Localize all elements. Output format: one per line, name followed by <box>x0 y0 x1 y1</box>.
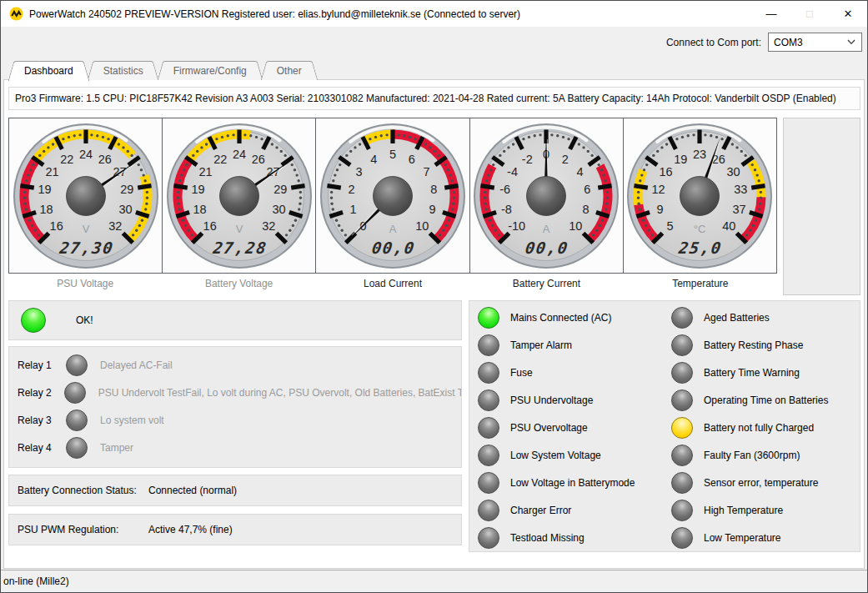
relay-name: Relay 2 <box>18 387 64 399</box>
relay-description: PSU Undervolt TestFail, Lo volt during A… <box>98 387 461 399</box>
status-indicator-row: Battery Resting Phase <box>670 331 857 359</box>
tab-statistics[interactable]: Statistics <box>90 61 157 80</box>
com-port-label: Connect to Com port: <box>666 37 761 48</box>
relay-name: Relay 1 <box>18 359 66 371</box>
chevron-down-icon <box>847 39 855 45</box>
status-bar: on-line (Mille2) <box>1 570 867 592</box>
status-indicator-label: Battery not fully Charged <box>704 422 814 434</box>
status-led <box>671 472 693 494</box>
status-indicator-label: Tamper Alarm <box>510 339 572 351</box>
svg-text:10: 10 <box>415 219 429 232</box>
relay-row: Relay 3Lo system volt <box>9 406 461 434</box>
status-led <box>478 307 499 329</box>
status-indicator-label: Mains Connected (AC) <box>510 312 611 324</box>
status-indicator-row: PSU Undervoltage <box>476 386 664 414</box>
svg-text:5: 5 <box>389 148 396 161</box>
svg-text:-2: -2 <box>522 152 533 165</box>
tab-other[interactable]: Other <box>263 61 315 80</box>
status-indicator-row: Mains Connected (AC) <box>476 304 664 331</box>
status-indicator-row: Low System Voltage <box>476 441 664 469</box>
svg-text:5: 5 <box>667 219 674 232</box>
tab-dashboard[interactable]: Dashboard <box>11 61 87 81</box>
status-led <box>671 334 693 356</box>
status-led <box>478 445 499 466</box>
svg-text:2: 2 <box>562 152 569 165</box>
title-bar: PowerWatch 240502 PREVIEW-VERSION Regist… <box>1 1 867 27</box>
gauge-strip: 1618192122242627293032V27,30 16181921222… <box>8 118 777 274</box>
svg-text:33: 33 <box>735 183 748 196</box>
relay-description: Delayed AC-Fail <box>100 359 173 371</box>
relay-panel: Relay 1Delayed AC-FailRelay 2PSU Undervo… <box>8 346 462 468</box>
svg-text:29: 29 <box>120 183 133 196</box>
svg-text:18: 18 <box>39 202 53 215</box>
minimize-button[interactable]: — <box>752 1 790 27</box>
status-indicator-label: Operating Time on Batteries <box>704 394 828 406</box>
psu-pwm-panel: PSU PWM Regulation: Active 47,7% (fine) <box>8 514 462 545</box>
svg-text:21: 21 <box>45 164 58 178</box>
gauge-battery-voltage: 1618192122242627293032V27,28 <box>164 121 314 271</box>
window-title: PowerWatch 240502 PREVIEW-VERSION Regist… <box>29 8 520 20</box>
relay-led <box>66 437 88 459</box>
svg-text:23: 23 <box>693 148 706 161</box>
gauge-value-display: 00,0 <box>370 239 416 258</box>
com-port-select[interactable]: COM3 <box>768 33 862 52</box>
status-indicator-label: Sensor error, temperature <box>704 477 818 489</box>
status-indicator-row: Tamper Alarm <box>476 331 664 359</box>
gauge-caption-load-current: Load Current <box>316 278 469 289</box>
status-indicator-label: Faulty Fan (3600rpm) <box>704 450 800 461</box>
gauge-cell-load-current: 012345678910A00,0 <box>316 118 469 273</box>
svg-text:3: 3 <box>356 164 363 178</box>
svg-text:40: 40 <box>723 219 736 232</box>
svg-text:30: 30 <box>272 202 285 215</box>
maximize-button[interactable]: □ <box>790 1 829 27</box>
status-indicator-label: Low Voltage in Batterymode <box>510 477 635 489</box>
svg-text:26: 26 <box>98 152 111 165</box>
status-led <box>478 334 499 356</box>
gauge-cell-psu-voltage: 1618192122242627293032V27,30 <box>9 118 163 273</box>
system-status-text: OK! <box>76 314 93 326</box>
gauge-cell-battery-current: -10-8-6-4-20246810A00,0 <box>470 118 624 273</box>
svg-text:9: 9 <box>429 202 436 215</box>
svg-text:29: 29 <box>273 183 287 196</box>
svg-text:-10: -10 <box>508 219 525 232</box>
status-indicator-label: Testload Missing <box>510 532 585 544</box>
svg-text:2: 2 <box>349 183 355 196</box>
app-logo-icon <box>9 7 23 21</box>
device-info-bar: Pro3 Firmware: 1.5 CPU: PIC18F57K42 Revi… <box>8 87 860 110</box>
status-led <box>478 500 499 521</box>
svg-text:4: 4 <box>577 164 584 178</box>
status-indicator-row: Testload Missing <box>476 524 664 551</box>
relay-description: Tamper <box>100 442 133 454</box>
status-led <box>478 472 499 494</box>
tab-firmware-config[interactable]: Firmware/Config <box>160 61 260 80</box>
svg-text:16: 16 <box>203 219 216 232</box>
app-window: PowerWatch 240502 PREVIEW-VERSION Regist… <box>0 0 868 593</box>
gauge-value-display: 00,0 <box>524 239 570 258</box>
relay-led <box>66 410 88 431</box>
battery-connection-label: Battery Connection Status: <box>18 485 148 496</box>
status-indicator-row: Low Temperature <box>670 524 857 551</box>
status-indicator-row: PSU Overvoltage <box>476 414 664 441</box>
svg-text:19: 19 <box>38 183 51 196</box>
status-indicator-row: Battery Time Warning <box>670 359 857 386</box>
psu-pwm-value: Active 47,7% (fine) <box>148 524 233 535</box>
relay-row: Relay 2PSU Undervolt TestFail, Lo volt d… <box>9 379 461 406</box>
svg-text:30: 30 <box>727 164 740 178</box>
battery-connection-panel: Battery Connection Status: Connected (no… <box>8 475 462 506</box>
svg-text:24: 24 <box>79 148 93 161</box>
gauge-cell-temperature: 59121619232630333740°C25,0 <box>624 118 776 273</box>
svg-text:22: 22 <box>60 152 73 165</box>
svg-text:32: 32 <box>262 219 275 232</box>
relay-led <box>64 382 86 404</box>
battery-connection-value: Connected (normal) <box>148 485 237 496</box>
svg-text:4: 4 <box>370 152 377 165</box>
svg-text:22: 22 <box>213 152 227 165</box>
svg-text:-6: -6 <box>499 183 510 196</box>
status-led <box>671 527 693 549</box>
status-led <box>671 500 693 521</box>
dashboard-page: Pro3 Firmware: 1.5 CPU: PIC18F57K42 Revi… <box>3 79 865 569</box>
status-indicator-label: Battery Resting Phase <box>704 339 803 351</box>
status-led <box>671 389 693 411</box>
close-button[interactable]: ✕ <box>829 1 867 27</box>
svg-text:A: A <box>389 223 397 235</box>
